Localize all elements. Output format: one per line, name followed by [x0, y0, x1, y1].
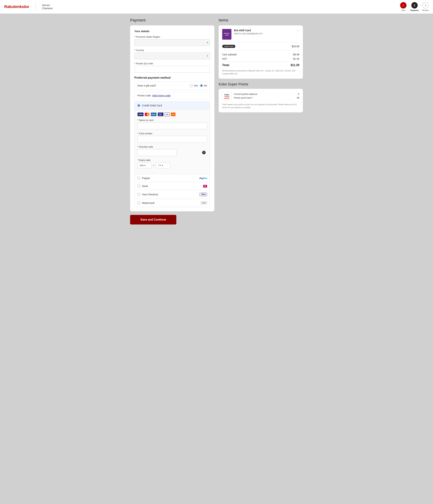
- header: Rakutenkobo Secure Checkout ✓ Start › 2 …: [0, 0, 433, 14]
- expiry-mm-select[interactable]: MM ▾: [138, 162, 152, 168]
- sp-logo-points: POINTS: [224, 98, 230, 99]
- step-review: 3 Review: [422, 2, 429, 11]
- add-promo-link[interactable]: Add promo code: [152, 94, 170, 97]
- gift-card-yes-radio[interactable]: [190, 84, 193, 87]
- item-thumbnail: Rakuten kobo: [222, 29, 231, 40]
- province-group: * Province/ State/ Region ▾: [134, 36, 210, 46]
- your-details-title: Your details: [134, 30, 210, 33]
- security-code-input[interactable]: [138, 149, 176, 156]
- sp-rows: Current points balance: 0 Points you'll …: [234, 93, 299, 100]
- country-select[interactable]: [134, 53, 210, 59]
- visa-checkout-label: Visa Checkout: [142, 193, 198, 196]
- paypal-icon: PayPal: [199, 177, 207, 180]
- sp-logo-super: SUPER: [224, 96, 229, 98]
- item-name: $10 eGift Card: [234, 29, 294, 32]
- sp-logo-box: kobo SUPER POINTS: [222, 92, 231, 100]
- security-help-icon[interactable]: ?: [202, 151, 206, 154]
- postal-input[interactable]: [134, 66, 210, 73]
- expiry-yy-select[interactable]: YY ▾: [156, 162, 170, 168]
- cart-subtotal-value: $9.99: [293, 53, 299, 56]
- payment-page-title: Payment: [130, 18, 214, 23]
- step-start-label: Start: [401, 9, 405, 11]
- earn-label: Points you'll earn:*: [234, 96, 253, 99]
- logo-rakuten: Rakuten: [4, 4, 20, 9]
- item-row: Rakuten kobo $10 eGift Card Send to: jan…: [222, 29, 299, 42]
- details-card: Your details * Province/ State/ Region ▾…: [130, 25, 214, 211]
- secure-checkout: Secure Checkout: [42, 4, 52, 10]
- total-row: Total: $11.29: [222, 62, 299, 67]
- expiry-group: * Expiry date MM ▾ / YY ▾: [138, 159, 207, 168]
- promo-row: Promo code Add promo code: [134, 92, 210, 99]
- step-arrow-1: ›: [408, 4, 409, 7]
- step-arrow-2: ›: [420, 4, 421, 7]
- step-review-label: Review: [422, 9, 429, 11]
- item-info: $10 eGift Card Send to: jane.doe@gmail.c…: [234, 29, 294, 35]
- company-note: All transactions processed by Rakuten Ko…: [222, 69, 299, 75]
- mistercash-radio[interactable]: [138, 202, 140, 204]
- current-balance-label: Current points balance:: [234, 93, 258, 95]
- step-start: ✓ Start: [400, 2, 406, 11]
- current-balance-row: Current points balance: 0: [234, 93, 299, 95]
- credit-card-row[interactable]: Credit/ Debit Card: [135, 102, 210, 109]
- gift-card-no-option[interactable]: No: [200, 84, 207, 87]
- hst-label: HST: [222, 57, 227, 60]
- credit-card-radio[interactable]: [138, 104, 140, 107]
- item-thumb-text: Rakuten kobo: [224, 33, 230, 36]
- province-label: * Province/ State/ Region: [134, 36, 210, 38]
- super-points-title: Kobo Super Points: [219, 82, 303, 86]
- province-select-wrapper[interactable]: ▾: [134, 39, 210, 46]
- card-number-input[interactable]: [138, 136, 207, 143]
- gift-card-yes-option[interactable]: Yes: [190, 84, 198, 87]
- paypal-row[interactable]: Paypal PayPal: [135, 174, 210, 182]
- step-payment-circle: 2: [411, 2, 418, 9]
- country-group: * Country ▾: [134, 49, 210, 59]
- gift-card-no-radio[interactable]: [200, 84, 203, 87]
- hst-value: $1.30: [293, 57, 299, 60]
- cart-subtotal-row: Cart subtotal: $9.99: [222, 53, 299, 56]
- preferred-payment-title: Preferred payment method: [134, 76, 210, 79]
- payment-methods-block: Credit/ Debit Card VISA MC AMEX VISADEBI…: [134, 101, 210, 207]
- super-points-section: Kobo Super Points kobo SUPER POINTS Curr…: [219, 82, 303, 112]
- main-layout: Payment Your details * Province/ State/ …: [126, 14, 307, 229]
- cart-subtotal-label: Cart subtotal:: [222, 53, 237, 56]
- save-continue-button[interactable]: Save and Continue: [130, 215, 176, 225]
- ideal-row[interactable]: iDeal iD: [135, 182, 210, 190]
- paypal-label: Paypal: [142, 177, 198, 180]
- expiry-mm-label: MM: [140, 164, 144, 167]
- item-more-icon[interactable]: ···: [297, 29, 299, 33]
- visa-checkout-radio[interactable]: [138, 193, 140, 196]
- expiry-label: * Expiry date: [138, 159, 207, 162]
- visa-checkout-row[interactable]: Visa Checkout VISA: [135, 190, 210, 199]
- item-badge: eGift Card: [222, 45, 235, 48]
- security-code-group: * Security code ?: [138, 145, 207, 156]
- gift-card-label: Have a gift card?: [138, 84, 188, 87]
- card-number-group: * Card number: [138, 132, 207, 143]
- amex-logo: AMEX: [151, 112, 157, 116]
- header-left: Rakutenkobo Secure Checkout: [4, 3, 53, 10]
- logo-kobo: kobo: [20, 4, 29, 9]
- country-select-wrapper[interactable]: ▾: [134, 53, 210, 59]
- country-label: * Country: [134, 49, 210, 52]
- visa-checkout-icon: VISA: [200, 193, 207, 196]
- gift-card-no-label: No: [204, 84, 207, 87]
- mistercash-label: MisterCash: [142, 202, 199, 204]
- security-code-label: * Security code: [138, 145, 207, 148]
- item-type-row: eGift Card $10.00: [222, 45, 299, 51]
- total-label: Total:: [222, 63, 230, 67]
- stepper: ✓ Start › 2 Payment › 3 Review: [400, 2, 429, 11]
- name-on-card-input[interactable]: [138, 123, 207, 129]
- expiry-mm-chevron-icon: ▾: [144, 164, 146, 167]
- super-points-note: *We'll award your points as soon as your…: [222, 103, 299, 109]
- super-points-card: kobo SUPER POINTS Current points balance…: [219, 89, 303, 112]
- mistercash-row[interactable]: MisterCash ≡≡≡: [135, 199, 210, 207]
- ideal-radio[interactable]: [138, 185, 140, 188]
- sp-logo-kobo: kobo: [224, 94, 229, 96]
- province-select[interactable]: [134, 39, 210, 46]
- visa-logo: VISA: [138, 112, 144, 116]
- visa-debit-logo: VISADEBIT: [158, 112, 164, 116]
- step-payment-label: Payment: [410, 9, 419, 11]
- earn-row: Points you'll earn:* 99: [234, 96, 299, 99]
- paypal-radio[interactable]: [138, 177, 140, 180]
- right-panel: Items Rakuten kobo $10 eGift Card Send t…: [219, 18, 303, 225]
- security-code-wrapper: ?: [138, 149, 207, 156]
